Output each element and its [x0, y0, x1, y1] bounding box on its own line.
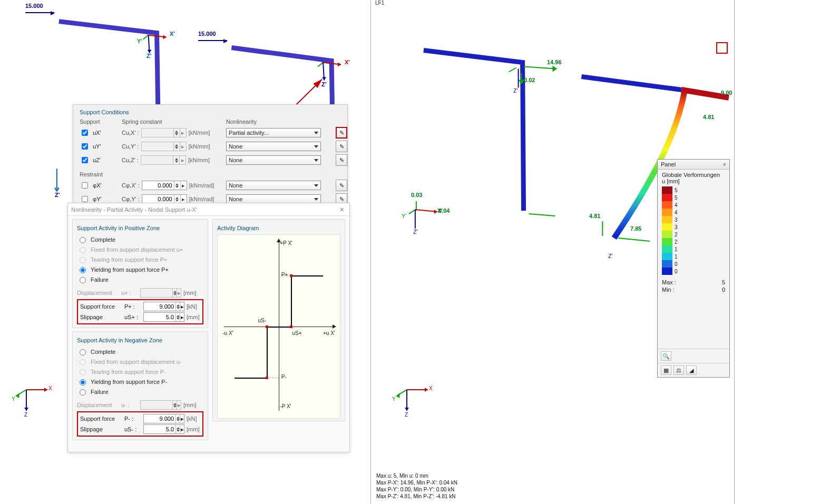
axis-z-rb1: Z'	[413, 229, 418, 235]
svg-marker-15	[44, 388, 47, 392]
deform-icon[interactable]: ◢	[686, 365, 697, 375]
panel-close-icon[interactable]: ×	[723, 161, 726, 167]
svg-line-25	[529, 214, 555, 216]
combo-nl-ux[interactable]: Partial activity...	[226, 128, 321, 137]
global-coord-sys-left: X Y Z	[11, 374, 53, 417]
unit-phix: [kNm/rad]	[189, 182, 214, 189]
svg-marker-12	[322, 77, 326, 80]
diag-lbl-pxp: +P X'	[280, 240, 292, 246]
svg-line-8	[322, 63, 341, 65]
scale-row: 4	[662, 209, 725, 216]
spring-uy-input[interactable]: ▸	[141, 142, 187, 151]
neg-highlight-box: Support force P- : ▸ [kN] Slippage uS- :…	[77, 411, 203, 437]
spring-ux-input[interactable]: ▸	[141, 128, 187, 137]
svg-marker-19	[24, 408, 28, 411]
spring-phix-input[interactable]: ▸	[142, 181, 187, 190]
radio-pos-complete[interactable]: Complete	[77, 234, 203, 244]
panel-max-val: 5	[722, 279, 725, 285]
table-icon[interactable]: ▦	[661, 365, 671, 375]
radio-neg-tearing[interactable]: Tearing from support force P-	[77, 367, 203, 377]
pos-highlight-box: Support force P+ : ▸ [kN] Slippage uS+ :…	[77, 299, 203, 324]
neg-zone-title: Support Activity in Negative Zone	[77, 335, 203, 347]
chk-uz[interactable]	[82, 157, 88, 163]
usplus-input[interactable]: ▸	[143, 312, 184, 322]
lbl-uplus: u+ :	[121, 290, 138, 296]
lbl-uy: uY'	[93, 143, 101, 150]
pos-zone-title: Support Activity in Positive Zone	[77, 223, 203, 234]
chk-ux[interactable]	[82, 130, 88, 136]
close-icon[interactable]: ×	[338, 205, 346, 214]
svg-line-6	[149, 35, 150, 53]
pplus-input[interactable]: ▸	[143, 302, 184, 311]
unit-uy: [kN/mm]	[189, 143, 210, 150]
chk-phiy[interactable]	[82, 196, 88, 202]
sc-lbl-ux: Cu,X' :	[122, 130, 139, 136]
edit-nl-ux-button[interactable]: ✎	[336, 127, 347, 139]
panel-min-val: 0	[722, 286, 725, 293]
svg-marker-21	[553, 67, 556, 71]
edit-nl-uy-button[interactable]: ✎	[336, 141, 347, 152]
val-px1: 14.96	[547, 59, 562, 65]
spring-uz-input[interactable]: ▸	[141, 155, 186, 165]
svg-line-27	[618, 238, 650, 241]
edit-nl-phix-button[interactable]: ✎	[336, 180, 347, 191]
svg-line-28	[509, 68, 516, 72]
lf-label: LF1	[375, 0, 384, 6]
diag-lbl-pxn: -P X'	[280, 403, 291, 409]
combo-nl-phix[interactable]: None	[226, 181, 321, 190]
scale-row: 2	[662, 231, 725, 238]
panel-heading: Globale Verformungen	[658, 170, 729, 178]
edit-nl-uz-button[interactable]: ✎	[336, 154, 347, 166]
chk-phix[interactable]	[82, 182, 88, 189]
unit-pplus: [kN]	[187, 303, 202, 310]
disp-minus-input[interactable]: ▸	[140, 400, 181, 410]
negative-zone-panel: Support Activity in Negative Zone Comple…	[72, 331, 208, 440]
val-base2l: 4.81	[589, 213, 600, 219]
radio-neg-yielding[interactable]: Yielding from support force P-	[77, 377, 203, 387]
scale-row: 3	[662, 223, 725, 231]
col-head-support: Support	[80, 118, 118, 125]
diag-lbl-uxp: +u X'	[323, 330, 335, 336]
svg-line-1	[55, 187, 57, 191]
scale-row: 1	[662, 245, 725, 253]
lbl-pplus: Support force	[80, 303, 122, 310]
axis-y-label: Y'	[137, 38, 142, 44]
val-rightbase1: 0.04	[438, 207, 450, 214]
radio-pos-tearing[interactable]: Tearing from support force P+	[77, 254, 203, 264]
svg-line-11	[323, 63, 324, 81]
radio-pos-yielding[interactable]: Yielding from support force P+	[77, 264, 203, 274]
disp-plus-input[interactable]: ▸	[140, 288, 181, 298]
balance-icon[interactable]: ⚖	[673, 365, 684, 375]
activity-diagram: +P X' -P X' +u X' -u X' P+ P- uS+ uS-	[217, 234, 340, 419]
lbl-uminus: u- :	[121, 402, 138, 408]
positive-zone-panel: Support Activity in Positive Zone Comple…	[72, 219, 208, 328]
diag-title: Activity Diagram	[217, 223, 340, 234]
combo-nl-uy[interactable]: None	[226, 142, 321, 151]
svg-marker-39	[405, 408, 409, 411]
unit-usplus: [mm]	[187, 314, 202, 320]
unit-ux: [kN/mm]	[189, 130, 210, 136]
combo-nl-uz[interactable]: None	[226, 155, 321, 165]
section-title-support-conditions: Support Conditions	[80, 107, 341, 118]
axis-x-label: X'	[170, 31, 175, 37]
sc-lbl-uy: Cu,Y' :	[122, 143, 139, 150]
radio-pos-failure[interactable]: Failure	[77, 274, 203, 284]
status-text: Max u: 5, Min u: 0 mm Max P-X': 14.96, M…	[376, 472, 457, 500]
radio-neg-fixed[interactable]: Fixed from support displacement u-	[77, 357, 203, 367]
svg-line-20	[524, 67, 556, 69]
magnifier-icon[interactable]: 🔍	[661, 351, 671, 361]
axis-z-label-2: Z'	[321, 81, 326, 87]
chk-uy[interactable]	[82, 143, 88, 150]
pminus-input[interactable]: ▸	[143, 414, 184, 423]
usminus-input[interactable]: ▸	[143, 424, 184, 434]
radio-neg-failure[interactable]: Failure	[77, 387, 203, 397]
panel-min-label: Min :	[662, 286, 675, 293]
restraint-head: Restraint	[80, 168, 355, 177]
scale-row: 2	[662, 238, 725, 245]
load-annotation-1: 15.000	[25, 3, 54, 13]
radio-pos-fixed[interactable]: Fixed from support displacement u+	[77, 244, 203, 254]
radio-neg-complete[interactable]: Complete	[77, 347, 203, 357]
diag-lbl-pn: P-	[281, 374, 287, 380]
diag-lbl-uxn: -u X'	[222, 330, 233, 336]
panel-max-label: Max :	[662, 279, 676, 285]
